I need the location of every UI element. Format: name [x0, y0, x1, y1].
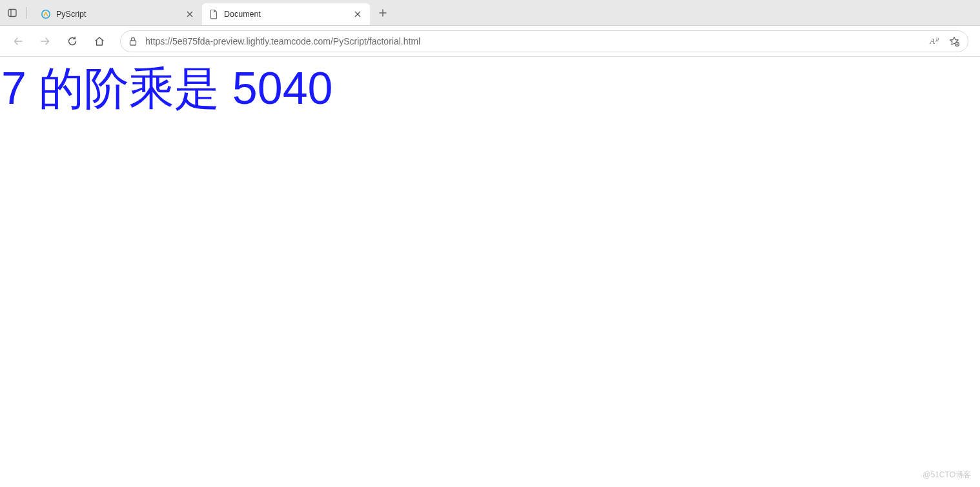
factorial-result-text: 7 的阶乘是 5040 — [0, 57, 980, 118]
refresh-button[interactable] — [61, 30, 84, 53]
new-tab-button[interactable] — [373, 3, 393, 23]
pyscript-favicon-icon — [41, 9, 51, 19]
titlebar-left — [0, 0, 34, 25]
tab-pyscript[interactable]: PyScript — [34, 3, 202, 25]
forward-button[interactable] — [34, 30, 57, 53]
favorites-icon[interactable] — [944, 32, 964, 51]
svg-rect-0 — [8, 9, 16, 16]
tab-document[interactable]: Document — [202, 3, 370, 25]
tab-close-button[interactable] — [352, 8, 363, 20]
browser-titlebar: PyScript Document — [0, 0, 980, 26]
url-input[interactable] — [145, 36, 917, 46]
document-favicon-icon — [209, 9, 219, 19]
tab-strip: PyScript Document — [34, 0, 393, 25]
titlebar-divider — [26, 7, 26, 19]
tab-title: PyScript — [56, 10, 179, 19]
read-aloud-icon[interactable]: A⁾⁾ — [924, 32, 943, 51]
tab-close-button[interactable] — [184, 8, 196, 20]
tab-actions-icon[interactable] — [6, 7, 18, 19]
home-button[interactable] — [88, 30, 111, 53]
address-bar[interactable]: A⁾⁾ — [120, 30, 968, 52]
lock-icon[interactable] — [127, 35, 139, 47]
watermark-text: @51CTO博客 — [923, 470, 971, 481]
back-button[interactable] — [6, 30, 30, 53]
browser-toolbar: A⁾⁾ — [0, 26, 980, 57]
page-content: 7 的阶乘是 5040 — [0, 57, 980, 118]
tab-title: Document — [224, 10, 347, 19]
svg-rect-11 — [130, 41, 136, 45]
svg-point-2 — [42, 10, 50, 18]
address-bar-actions: A⁾⁾ — [924, 32, 964, 51]
